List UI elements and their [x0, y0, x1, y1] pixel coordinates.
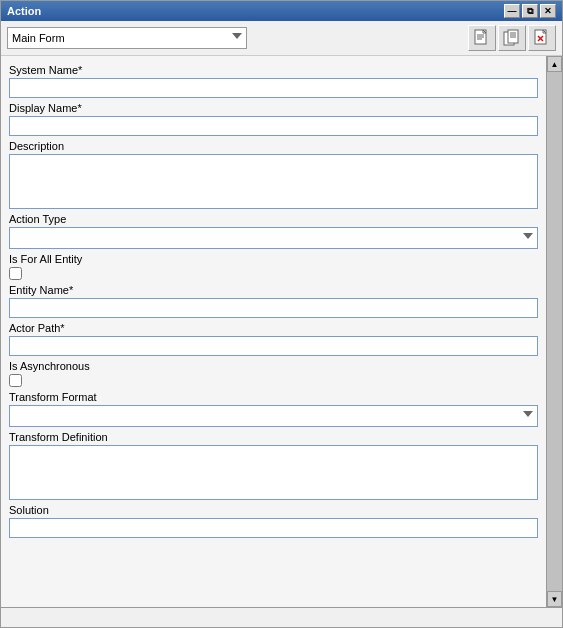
minimize-button[interactable]: — [504, 4, 520, 18]
transform-definition-label: Transform Definition [9, 431, 538, 443]
vertical-scrollbar[interactable]: ▲ ▼ [546, 56, 562, 607]
description-textarea[interactable] [9, 154, 538, 209]
is-for-all-entity-group: Is For All Entity [9, 253, 538, 280]
toolbar-buttons [468, 25, 556, 51]
system-name-input[interactable] [9, 78, 538, 98]
window-title: Action [7, 5, 41, 17]
title-bar-buttons: — ⧉ ✕ [504, 4, 556, 18]
close-button[interactable]: ✕ [540, 4, 556, 18]
window-body: System Name* Display Name* Description A… [1, 56, 562, 607]
is-for-all-entity-row [9, 267, 538, 280]
delete-button[interactable] [528, 25, 556, 51]
solution-input[interactable] [9, 518, 538, 538]
description-group: Description [9, 140, 538, 209]
transform-format-label: Transform Format [9, 391, 538, 403]
action-type-label: Action Type [9, 213, 538, 225]
action-window: Action — ⧉ ✕ Main Form [0, 0, 563, 628]
form-selector-container: Main Form [7, 27, 464, 49]
actor-path-group: Actor Path* [9, 322, 538, 356]
is-for-all-entity-checkbox[interactable] [9, 267, 22, 280]
status-bar [1, 607, 562, 627]
entity-name-input[interactable] [9, 298, 538, 318]
page-new-icon [473, 29, 491, 47]
action-type-select[interactable] [9, 227, 538, 249]
display-name-label: Display Name* [9, 102, 538, 114]
transform-definition-group: Transform Definition [9, 431, 538, 500]
action-type-group: Action Type [9, 213, 538, 249]
is-asynchronous-label: Is Asynchronous [9, 360, 538, 372]
system-name-group: System Name* [9, 64, 538, 98]
page-delete-icon [533, 29, 551, 47]
entity-name-group: Entity Name* [9, 284, 538, 318]
is-asynchronous-checkbox[interactable] [9, 374, 22, 387]
actor-path-label: Actor Path* [9, 322, 538, 334]
system-name-label: System Name* [9, 64, 538, 76]
actor-path-input[interactable] [9, 336, 538, 356]
page-copy-icon [503, 29, 521, 47]
is-asynchronous-row [9, 374, 538, 387]
transform-definition-textarea[interactable] [9, 445, 538, 500]
entity-name-label: Entity Name* [9, 284, 538, 296]
form-select[interactable]: Main Form [7, 27, 247, 49]
display-name-group: Display Name* [9, 102, 538, 136]
solution-group: Solution [9, 504, 538, 538]
solution-label: Solution [9, 504, 538, 516]
description-label: Description [9, 140, 538, 152]
title-bar: Action — ⧉ ✕ [1, 1, 562, 21]
copy-button[interactable] [498, 25, 526, 51]
restore-button[interactable]: ⧉ [522, 4, 538, 18]
toolbar: Main Form [1, 21, 562, 56]
scroll-thumb[interactable] [547, 72, 562, 591]
is-for-all-entity-label: Is For All Entity [9, 253, 538, 265]
scroll-up-button[interactable]: ▲ [547, 56, 562, 72]
display-name-input[interactable] [9, 116, 538, 136]
new-button[interactable] [468, 25, 496, 51]
svg-rect-12 [535, 30, 546, 44]
transform-format-group: Transform Format [9, 391, 538, 427]
scroll-down-button[interactable]: ▼ [547, 591, 562, 607]
form-content: System Name* Display Name* Description A… [1, 56, 546, 607]
transform-format-select[interactable] [9, 405, 538, 427]
is-asynchronous-group: Is Asynchronous [9, 360, 538, 387]
